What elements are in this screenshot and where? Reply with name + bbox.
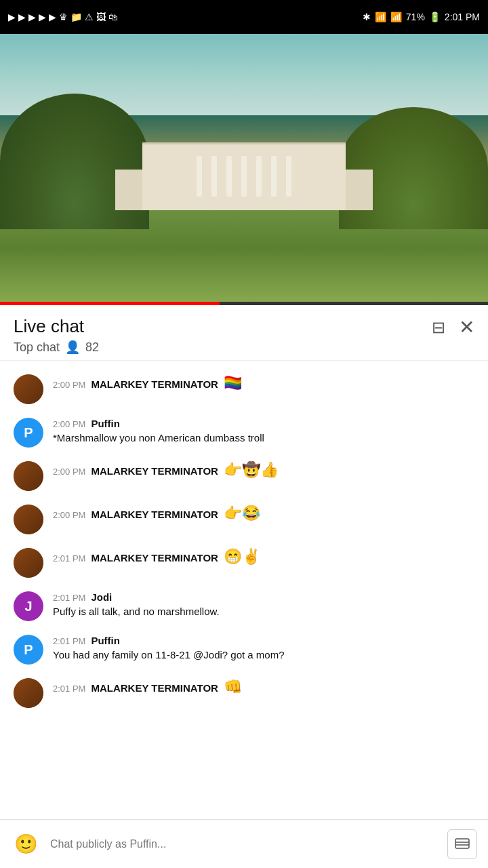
message-emoji: 👉🤠👍 [224, 461, 279, 479]
chat-messages: 2:00 PM MALARKEY TERMINATOR 🏳️‍🌈 P 2:00 … [0, 361, 488, 769]
chat-subtitle: Top chat 👤 82 [14, 340, 99, 355]
superchat-button[interactable] [447, 829, 477, 859]
top-chat-label[interactable]: Top chat [14, 340, 60, 355]
message-time: 2:00 PM [53, 510, 85, 520]
message-content: 2:00 PM MALARKEY TERMINATOR 🏳️‍🌈 [53, 374, 474, 392]
video-player[interactable] [0, 34, 488, 305]
message-time: 2:00 PM [53, 467, 85, 477]
chat-input-area: 🙂 [0, 819, 488, 868]
app-icon-crown: ♛ [59, 12, 68, 22]
chat-input[interactable] [50, 838, 438, 850]
battery-icon: 🔋 [429, 12, 441, 22]
avatar [14, 505, 43, 534]
avatar: P [14, 635, 43, 665]
message-content: 2:01 PM MALARKEY TERMINATOR 😁✌️ [53, 548, 474, 566]
status-icons-right: ✱ 📶 📶 71% 🔋 2:01 PM [363, 12, 480, 22]
app-icon-bag: 🛍 [108, 12, 118, 22]
message-author: MALARKEY TERMINATOR [91, 682, 218, 694]
message-content: 2:00 PM MALARKEY TERMINATOR 👉🤠👍 [53, 461, 474, 479]
emoji-button[interactable]: 🙂 [11, 829, 41, 859]
chat-header-actions: ⊟ ✕ [432, 316, 474, 338]
message-author: MALARKEY TERMINATOR [91, 378, 218, 390]
message-time: 2:00 PM [53, 380, 85, 390]
avatar: P [14, 418, 43, 448]
message-text: *Marshmallow you non American dumbass tr… [53, 431, 474, 445]
message-content: 2:01 PM Puffin You had any family on 11-… [53, 635, 474, 662]
avatar-letter: P [14, 418, 43, 448]
app-icon-1: ▶ [8, 12, 16, 22]
app-icon-5: ▶ [49, 12, 56, 22]
table-row: 2:01 PM MALARKEY TERMINATOR 👊 [0, 671, 488, 715]
message-content: 2:00 PM MALARKEY TERMINATOR 👉😂 [53, 505, 474, 522]
message-time: 2:00 PM [53, 419, 85, 429]
avatar [14, 374, 43, 404]
message-emoji: 😁✌️ [224, 548, 260, 566]
message-content: 2:01 PM MALARKEY TERMINATOR 👊 [53, 678, 474, 696]
chat-title: Live chat [14, 316, 99, 337]
wifi-icon: 📶 [375, 12, 386, 22]
message-author: Jodi [91, 591, 112, 603]
chat-title-section: Live chat Top chat 👤 82 [14, 316, 99, 355]
svg-rect-0 [455, 839, 469, 848]
message-time: 2:01 PM [53, 553, 85, 564]
table-row: P 2:00 PM Puffin *Marshmallow you non Am… [0, 411, 488, 454]
app-icon-4: ▶ [39, 12, 46, 22]
message-content: 2:00 PM Puffin *Marshmallow you non Amer… [53, 418, 474, 445]
viewers-count: 82 [85, 340, 99, 355]
message-time: 2:01 PM [53, 684, 85, 694]
message-content: 2:01 PM Jodi Puffy is all talk, and no m… [53, 591, 474, 618]
status-icons-left: ▶ ▶ ▶ ▶ ▶ ♛ 📁 ⚠ 🖼 🛍 [8, 12, 118, 22]
app-icon-triangle: ⚠ [85, 12, 94, 22]
video-progress-fill [0, 302, 220, 305]
avatar [14, 678, 43, 708]
viewers-icon: 👤 [65, 340, 80, 355]
avatar-letter: P [14, 635, 43, 665]
message-text: Puffy is all talk, and no marshmellow. [53, 604, 474, 618]
message-author: MALARKEY TERMINATOR [91, 552, 218, 564]
table-row: 2:00 PM MALARKEY TERMINATOR 👉🤠👍 [0, 454, 488, 498]
app-icon-2: ▶ [18, 12, 26, 22]
message-author: MALARKEY TERMINATOR [91, 465, 218, 477]
bluetooth-icon: ✱ [363, 12, 371, 22]
avatar-letter: J [14, 591, 43, 621]
message-time: 2:01 PM [53, 593, 85, 603]
superchat-icon [454, 836, 470, 852]
table-row: 2:00 PM MALARKEY TERMINATOR 🏳️‍🌈 [0, 368, 488, 411]
app-icon-image: 🖼 [96, 12, 106, 22]
filter-icon[interactable]: ⊟ [432, 318, 445, 337]
table-row: 2:01 PM MALARKEY TERMINATOR 😁✌️ [0, 541, 488, 585]
battery-percent: 71% [406, 12, 425, 22]
message-emoji: 🏳️‍🌈 [224, 374, 242, 392]
message-time: 2:01 PM [53, 636, 85, 646]
table-row: J 2:01 PM Jodi Puffy is all talk, and no… [0, 585, 488, 628]
avatar: J [14, 591, 43, 621]
status-bar: ▶ ▶ ▶ ▶ ▶ ♛ 📁 ⚠ 🖼 🛍 ✱ 📶 📶 71% 🔋 2:01 PM [0, 0, 488, 34]
avatar [14, 461, 43, 491]
video-progress-bar[interactable] [0, 302, 488, 305]
avatar [14, 548, 43, 578]
app-icon-folder: 📁 [70, 12, 82, 22]
message-author: MALARKEY TERMINATOR [91, 509, 218, 520]
message-emoji: 👉😂 [224, 505, 260, 522]
message-author: Puffin [91, 635, 120, 646]
message-text: You had any family on 11-8-21 @Jodi? got… [53, 648, 474, 662]
app-icon-3: ▶ [28, 12, 36, 22]
message-author: Puffin [91, 418, 120, 429]
message-emoji: 👊 [224, 678, 242, 696]
clock: 2:01 PM [445, 12, 480, 22]
table-row: P 2:01 PM Puffin You had any family on 1… [0, 628, 488, 671]
close-icon[interactable]: ✕ [459, 316, 474, 338]
table-row: 2:00 PM MALARKEY TERMINATOR 👉😂 [0, 498, 488, 541]
chat-header: Live chat Top chat 👤 82 ⊟ ✕ [0, 305, 488, 361]
signal-icon: 📶 [390, 12, 402, 22]
